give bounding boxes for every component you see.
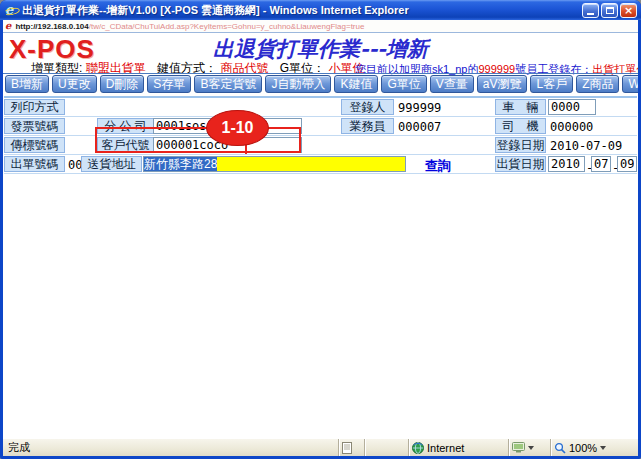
fax-no-label: 傳標號碼 <box>4 137 65 153</box>
selected-address-text: 新竹縣李路28 <box>144 157 217 171</box>
form-row-3: 傳標號碼 客戶代號 登錄日期 2010-07-09 <box>4 136 637 155</box>
toolbar-button-key-value[interactable]: K鍵值 <box>334 75 378 93</box>
branch-label: 分 公 司 <box>97 118 154 134</box>
order-form: 列印方式 登錄人 999999 車 輛 發票號碼 分 公 司 業務員 00000… <box>4 96 637 174</box>
window-controls: × <box>582 3 638 18</box>
delivery-address-input[interactable]: 新竹縣李路28 <box>143 156 406 172</box>
meta-row: 增單類型: 聯盟出貨單 鍵值方式： 商品代號 G單位： 小單位 您目前以加盟商s… <box>3 60 638 74</box>
reg-date-value: 2010-07-09 <box>550 139 622 153</box>
salesman-label: 業務員 <box>341 118 394 134</box>
toolbar-button-save[interactable]: S存單 <box>147 75 191 93</box>
chevron-down-icon <box>528 446 534 450</box>
url-ie-icon: e <box>5 21 11 31</box>
vehicle-input[interactable] <box>548 99 596 115</box>
address-bar: e http:// 192.168.0.104 /tw/c_CData/ChuT… <box>3 20 638 33</box>
order-no-label: 出單號碼 <box>4 156 65 172</box>
maximize-icon <box>606 7 614 14</box>
salesman-value: 000007 <box>398 120 441 134</box>
form-row-2: 發票號碼 分 公 司 業務員 000007 司 機 000000 <box>4 117 637 136</box>
magnifier-icon <box>554 442 566 454</box>
form-row-4: 出單號碼 000208 送貨地址 新竹縣李路28 查詢 出貨日期 - - <box>4 155 637 174</box>
toolbar-button-sales[interactable]: W業務 <box>622 75 638 93</box>
status-text: 完成 <box>8 440 30 455</box>
page-content: X-POS 出退貨打單作業---增新 增單類型: 聯盟出貨單 鍵值方式： 商品代… <box>3 33 638 438</box>
toolbar-button-auto-fill[interactable]: J自動帶入 <box>265 75 331 93</box>
url-host: 192.168.0.104 <box>38 22 89 31</box>
toolbar-button-customer[interactable]: L客戶 <box>530 75 573 93</box>
toolbar-divider <box>3 73 638 74</box>
ship-date-month-input[interactable] <box>591 156 611 172</box>
registrant-value: 999999 <box>398 101 441 115</box>
toolbar-button-edit[interactable]: U更改 <box>52 75 97 93</box>
customer-code-label: 客戶代號 <box>97 137 154 153</box>
zoom-panel[interactable]: 100% <box>550 439 638 456</box>
status-page-panel <box>338 439 364 456</box>
ship-date-day-input[interactable] <box>617 156 637 172</box>
page-title: 出退貨打單作業---增新 <box>3 35 638 63</box>
internet-zone-label: Internet <box>427 442 464 454</box>
registrant-label: 登錄人 <box>341 99 394 115</box>
form-row-1: 列印方式 登錄人 999999 車 輛 <box>4 98 637 117</box>
delivery-address-label: 送貨地址 <box>81 156 142 172</box>
minimize-button[interactable] <box>582 3 599 18</box>
title-bar: e 出退貨打單作業--增新V1.00 [X-POS 雲通商務網] - Windo… <box>0 0 641 20</box>
status-spacer-panel <box>364 439 408 456</box>
minimize-icon <box>587 13 594 15</box>
query-link[interactable]: 查詢 <box>425 157 451 175</box>
toolbar-button-custom-item-no[interactable]: B客定貨號 <box>194 75 262 93</box>
zoom-level: 100% <box>569 442 597 454</box>
protected-mode-panel[interactable] <box>508 439 550 456</box>
toolbar-button-check-qty[interactable]: V查量 <box>430 75 474 93</box>
close-icon: × <box>624 5 633 16</box>
internet-zone-panel: Internet <box>408 439 508 456</box>
status-text-panel: 完成 <box>3 439 338 456</box>
toolbar-button-product[interactable]: Z商品 <box>576 75 619 93</box>
toolbar-button-add[interactable]: B增新 <box>5 75 49 93</box>
status-bar: 完成 Internet <box>3 438 638 456</box>
url-scheme: http:// <box>15 22 37 31</box>
page-icon <box>342 442 352 454</box>
ship-date-label: 出貨日期 <box>495 156 546 172</box>
toolbar-button-unit[interactable]: G單位 <box>381 75 426 93</box>
ship-date-year-input[interactable] <box>548 156 585 172</box>
print-method-label: 列印方式 <box>4 99 65 115</box>
device-icon <box>512 442 525 453</box>
callout-pointer-line <box>245 144 247 154</box>
close-button[interactable]: × <box>620 3 637 18</box>
ie-logo-icon: e <box>5 3 19 17</box>
callout-label: 1-10 <box>221 119 253 137</box>
toolbar: B增新 U更改 D刪除 S存單 B客定貨號 J自動帶入 K鍵值 G單位 V查量 … <box>5 75 636 94</box>
driver-value: 000000 <box>550 120 593 134</box>
reg-date-label: 登錄日期 <box>495 137 546 153</box>
vehicle-label: 車 輛 <box>495 99 546 115</box>
window-title: 出退貨打單作業--增新V1.00 [X-POS 雲通商務網] - Windows… <box>22 3 582 18</box>
callout-badge: 1-10 <box>206 110 269 146</box>
toolbar-button-browse[interactable]: aV瀏覽 <box>477 75 528 93</box>
toolbar-button-delete[interactable]: D刪除 <box>100 75 145 93</box>
chevron-down-icon <box>600 446 606 450</box>
browser-window: e 出退貨打單作業--增新V1.00 [X-POS 雲通商務網] - Windo… <box>0 0 641 459</box>
invoice-no-label: 發票號碼 <box>4 118 65 134</box>
maximize-button[interactable] <box>601 3 618 18</box>
driver-label: 司 機 <box>495 118 546 134</box>
internet-globe-icon <box>412 442 424 454</box>
url-path: /tw/c_CData/ChuTuiAdd.asp?KeyItems=Gohnu… <box>89 22 365 31</box>
